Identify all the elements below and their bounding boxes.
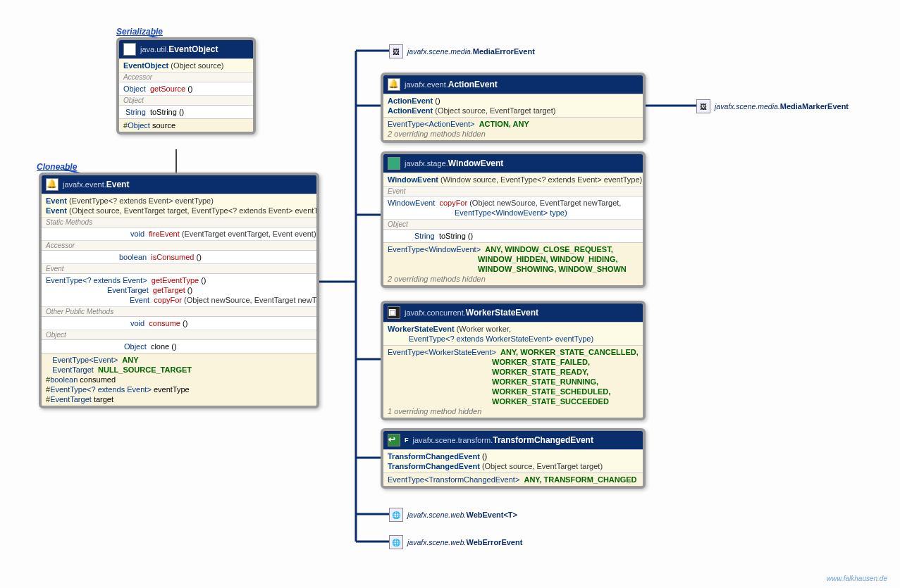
- params: (Object newSource, EventTarget newTarget…: [184, 296, 319, 304]
- const-nullsrc: NULL_SOURCE_TARGET: [98, 365, 192, 374]
- class-name: ActionEvent: [448, 80, 498, 89]
- section-event: Event: [42, 263, 316, 273]
- ctor2: ActionEvent: [388, 106, 433, 115]
- ctor2: Event: [46, 206, 67, 215]
- consts4: WORKER_STATE_RUNNING,: [492, 377, 598, 386]
- ctor1-params: (EventType<? extends Event> eventType): [69, 196, 214, 205]
- method-clone: clone: [151, 342, 169, 351]
- ctor2-params: (Object source, EventTarget target): [482, 462, 603, 470]
- class-name: WorkerStateEvent: [466, 308, 538, 318]
- field-type: EventTarget: [50, 395, 92, 404]
- pkg-label: java.util.: [140, 45, 168, 54]
- class-header: 🔔 javafx.event.ActionEvent: [383, 75, 643, 94]
- class-name: WebErrorEvent: [466, 538, 522, 546]
- ret-type: String: [125, 108, 146, 116]
- ctor-params: (Window source, EventType<? extends Even…: [440, 175, 642, 184]
- params: (Object newSource, EventTarget newTarget…: [469, 199, 621, 207]
- pkg-label: javafx.event.: [405, 80, 448, 89]
- ref-media-marker-event[interactable]: 🖼 javafx.scene.media.MediaMarkerEvent: [696, 99, 849, 113]
- class-name: TransformChangedEvent: [493, 435, 593, 445]
- class-event-object: ⚙ java.util.EventObject EventObject (Obj…: [116, 37, 256, 135]
- pkg-label: javafx.scene.web.: [407, 538, 466, 546]
- pkg-label: javafx.concurrent.: [405, 308, 466, 317]
- ret-type: boolean: [119, 253, 147, 261]
- ctor2-params: (Object source, EventTarget target): [435, 106, 555, 115]
- ret-type: void: [130, 319, 144, 327]
- class-name: WindowEvent: [448, 158, 504, 168]
- ctor: EventObject: [123, 61, 168, 70]
- section-object: Object: [42, 330, 316, 339]
- ret-type: WindowEvent: [388, 199, 435, 207]
- ref-web-error-event[interactable]: 🌐 javafx.scene.web.WebErrorEvent: [389, 535, 522, 549]
- class-header: javafx.stage.WindowEvent: [383, 154, 643, 173]
- field-consumed: consumed: [80, 375, 116, 384]
- const-type: EventType<ActionEvent>: [388, 120, 475, 128]
- bell-icon: 🔔: [46, 178, 58, 191]
- field-target: target: [94, 395, 113, 404]
- ref-media-error-event[interactable]: 🖼 javafx.scene.media.MediaErrorEvent: [389, 44, 535, 58]
- ref-web-event[interactable]: 🌐 javafx.scene.web.WebEvent<T>: [389, 508, 517, 522]
- params-cont: EventType<WindowEvent> type): [455, 208, 567, 217]
- ctor-params-cont: EventType<? extends WorkerStateEvent> ev…: [409, 334, 593, 343]
- consts1: ANY, WINDOW_CLOSE_REQUEST,: [485, 245, 613, 254]
- field-type: Object: [128, 121, 150, 130]
- section-accessor: Accessor: [42, 240, 316, 250]
- const-type: EventType<Event>: [52, 356, 118, 364]
- cloneable-label: Cloneable: [37, 162, 77, 172]
- class-event: 🔔 javafx.event.Event Event (EventType<? …: [39, 173, 319, 408]
- params: (): [171, 342, 176, 351]
- ctor: WorkerStateEvent: [388, 325, 455, 333]
- class-header: ↩ F javafx.scene.transform.TransformChan…: [383, 431, 643, 449]
- field-eventType: eventType: [154, 385, 190, 394]
- section-static: Static Methods: [42, 217, 316, 227]
- ret-type: String: [414, 232, 435, 240]
- method-consume: consume: [149, 319, 180, 327]
- section-accessor: Accessor: [119, 72, 253, 82]
- footer-note: 1 overriding method hidden: [388, 406, 639, 416]
- consts1: ANY, WORKER_STATE_CANCELLED,: [500, 348, 639, 356]
- pkg-label: javafx.scene.transform.: [413, 436, 493, 444]
- ctor1: ActionEvent: [388, 96, 433, 105]
- method-isConsumed: isConsumed: [151, 253, 194, 261]
- ctor-params: (Object source): [171, 61, 223, 70]
- class-name: EventObject: [168, 44, 218, 54]
- method-toString: toString: [150, 108, 177, 116]
- const-any: ANY: [122, 356, 138, 364]
- consts6: WORKER_STATE_SUCCEEDED: [492, 397, 609, 406]
- ctor: WindowEvent: [388, 175, 438, 184]
- class-header: 🔔 javafx.event.Event: [42, 175, 316, 194]
- consts2: WINDOW_HIDDEN, WINDOW_HIDING,: [478, 255, 618, 263]
- method-getEventType: getEventType: [152, 276, 199, 284]
- const-type: EventType<WorkerStateEvent>: [388, 348, 496, 356]
- pkg-label: javafx.event.: [63, 180, 106, 189]
- class-name: MediaErrorEvent: [473, 47, 535, 56]
- footer-link[interactable]: www.falkhausen.de: [827, 575, 887, 582]
- field-source: source: [152, 121, 175, 130]
- section-event: Event: [383, 186, 643, 196]
- ctor1-params: (): [482, 452, 487, 461]
- serializable-label: Serializable: [116, 27, 163, 37]
- consts3: WORKER_STATE_READY,: [492, 368, 588, 376]
- consts3: WINDOW_SHOWING, WINDOW_SHOWN: [478, 265, 627, 273]
- checker-icon: ▣: [388, 306, 400, 319]
- window-icon: [388, 157, 400, 170]
- ret-type: void: [130, 230, 144, 238]
- class-header: ⚙ java.util.EventObject: [119, 40, 253, 58]
- class-window-event: javafx.stage.WindowEvent WindowEvent (Wi…: [381, 151, 646, 288]
- bell-icon: 🔔: [388, 78, 400, 91]
- class-transform-changed-event: ↩ F javafx.scene.transform.TransformChan…: [381, 428, 646, 489]
- ctor1: Event: [46, 196, 67, 205]
- const-type: EventType<WindowEvent>: [388, 245, 481, 254]
- pkg-label: javafx.scene.media.: [715, 102, 780, 111]
- media-icon: 🖼: [389, 44, 403, 58]
- method-getTarget: getTarget: [153, 286, 185, 294]
- ret-type: EventTarget: [107, 286, 149, 294]
- params: (): [201, 276, 206, 284]
- ret-type: EventType<? extends Event>: [46, 276, 147, 284]
- class-header: ▣ javafx.concurrent.WorkerStateEvent: [383, 304, 643, 322]
- const-type: EventType<TransformChangedEvent>: [388, 475, 519, 484]
- ctor2: TransformChangedEvent: [388, 462, 480, 470]
- class-name: MediaMarkerEvent: [780, 102, 849, 111]
- class-name: WebEvent<T>: [466, 511, 517, 519]
- class-worker-state-event: ▣ javafx.concurrent.WorkerStateEvent Wor…: [381, 301, 646, 420]
